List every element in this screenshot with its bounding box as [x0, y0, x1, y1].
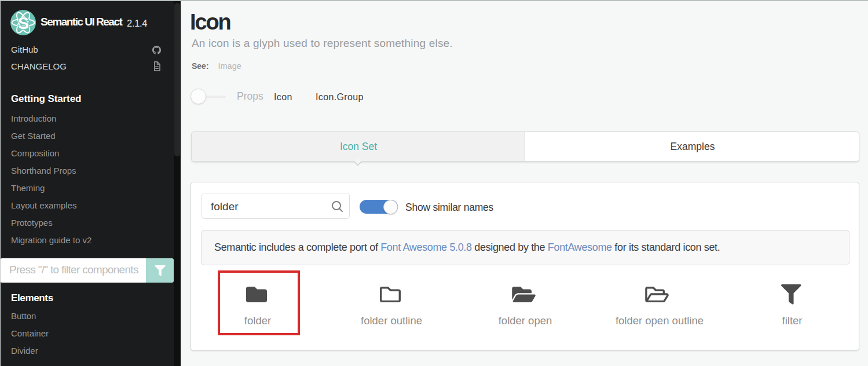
svg-text:S: S: [18, 14, 29, 32]
